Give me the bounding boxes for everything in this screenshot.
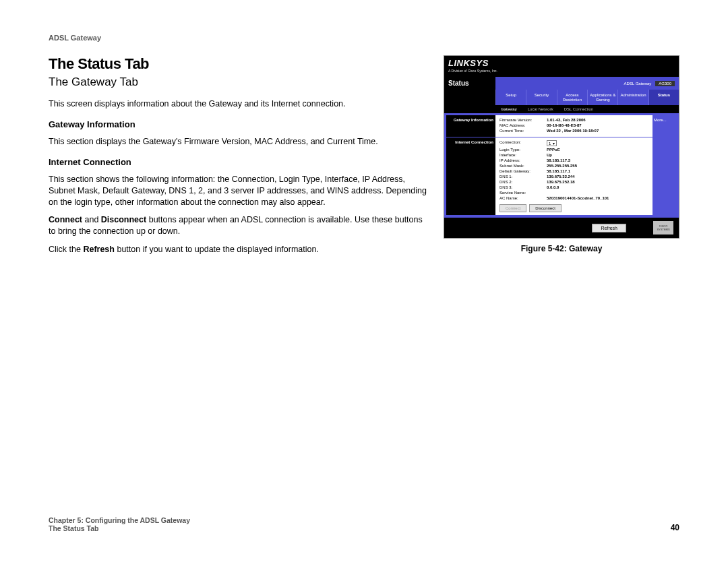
intro-paragraph: This screen displays information about t… (49, 98, 427, 110)
section2-title: Internet Connection (49, 157, 427, 167)
cisco-logo-icon: CISCO SYSTEMS (653, 221, 673, 235)
header-product: ADSL Gateway (49, 34, 679, 42)
footer-section: The Status Tab (49, 524, 190, 532)
help-sidebar: More... (653, 115, 677, 216)
shot-body: Gateway Information Firmware Version:1.0… (444, 113, 679, 218)
connection-select[interactable]: 1▾ (547, 140, 557, 146)
panel-gateway-info: Gateway Information Firmware Version:1.0… (446, 115, 653, 137)
footer-chapter: Chapter 5: Configuring the ADSL Gateway (49, 516, 190, 524)
main-tabs: Setup Security Access Restriction Applic… (444, 90, 679, 105)
heading-1: The Status Tab (49, 55, 427, 73)
subtab-gateway[interactable]: Gateway (495, 106, 522, 112)
panel-internet-connection: Internet Connection Connection:1▾ Login … (446, 137, 653, 215)
tab-access[interactable]: Access Restriction (557, 90, 587, 105)
section2-body: This section shows the following informa… (49, 174, 427, 208)
disconnect-button[interactable]: Disconnect (529, 204, 562, 212)
main-content-row: The Status Tab The Gateway Tab This scre… (49, 55, 679, 262)
page-title: Status (444, 77, 495, 90)
section2-body3: Click the Refresh button if you want to … (49, 244, 427, 255)
tab-administration[interactable]: Administration (617, 90, 648, 105)
logo-subtitle: A Division of Cisco Systems, Inc. (448, 69, 675, 73)
tab-applications[interactable]: Applications & Gaming (587, 90, 617, 105)
product-label: ADSL Gateway (624, 82, 652, 86)
panel-label-internet: Internet Connection (446, 137, 495, 215)
text-column: The Status Tab The Gateway Tab This scre… (49, 55, 427, 262)
subtab-dsl-connection[interactable]: DSL Connection (559, 106, 599, 112)
sub-tabs: Gateway Local Network DSL Connection (444, 105, 679, 113)
title-row: Status ADSL Gateway AG300 (444, 77, 679, 90)
tab-status[interactable]: Status (648, 90, 679, 105)
shot-header: LINKSYS A Division of Cisco Systems, Inc… (444, 56, 679, 77)
section1-title: Gateway Information (49, 119, 427, 129)
router-screenshot: LINKSYS A Division of Cisco Systems, Inc… (444, 55, 679, 239)
connect-button[interactable]: Connect (499, 204, 526, 212)
model-badge: AG300 (655, 81, 675, 86)
tab-setup[interactable]: Setup (495, 90, 526, 105)
page-number: 40 (671, 523, 679, 532)
figure-column: LINKSYS A Division of Cisco Systems, Inc… (444, 55, 679, 253)
panel-label-gateway: Gateway Information (446, 115, 495, 137)
heading-2: The Gateway Tab (49, 75, 427, 89)
tab-security[interactable]: Security (526, 90, 556, 105)
section1-body: This section displays the Gateway's Firm… (49, 136, 427, 148)
subtab-local-network[interactable]: Local Network (522, 106, 559, 112)
section2-body2: Connect and Disconnect buttons appear wh… (49, 214, 427, 237)
figure-caption: Figure 5-42: Gateway (444, 244, 679, 253)
page-footer: Chapter 5: Configuring the ADSL Gateway … (49, 516, 679, 532)
linksys-logo: LINKSYS (448, 58, 675, 68)
chevron-down-icon: ▾ (553, 141, 555, 146)
shot-footer: Refresh CISCO SYSTEMS (444, 218, 679, 238)
more-link[interactable]: More... (654, 118, 667, 122)
refresh-button[interactable]: Refresh (592, 224, 626, 232)
